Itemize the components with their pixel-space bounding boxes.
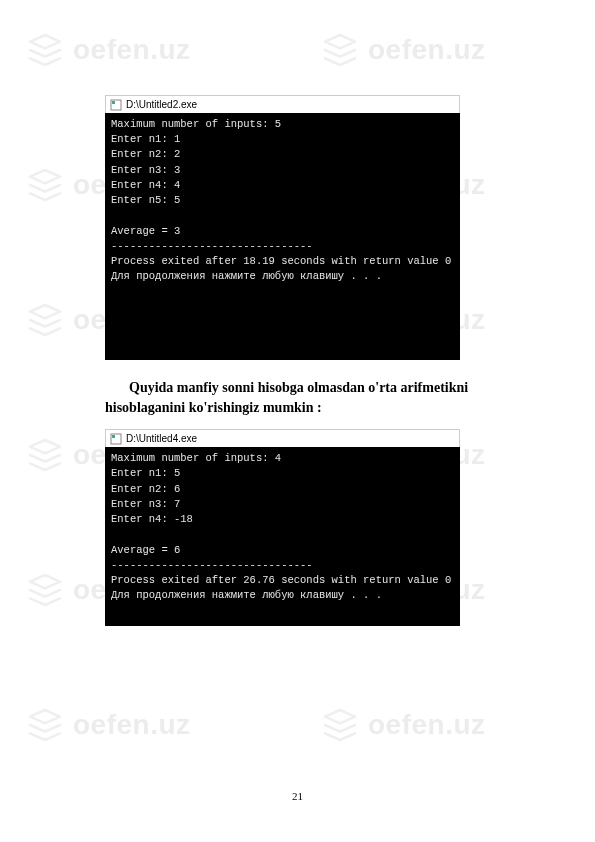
window-title-bar: D:\Untitled2.exe	[105, 95, 460, 113]
page-number: 21	[0, 790, 595, 802]
watermark: oefen.uz	[25, 705, 191, 745]
terminal-block-2: D:\Untitled4.exe Maximum number of input…	[105, 429, 535, 626]
terminal-output-1: Maximum number of inputs: 5 Enter n1: 1 …	[105, 113, 460, 360]
watermark: oefen.uz	[320, 705, 486, 745]
body-paragraph: Quyida manfiy sonni hisobga olmasdan o'r…	[105, 378, 535, 417]
svg-rect-3	[112, 435, 115, 438]
window-title: D:\Untitled4.exe	[126, 433, 197, 444]
terminal-output-2: Maximum number of inputs: 4 Enter n1: 5 …	[105, 447, 460, 626]
watermark-text: oefen.uz	[368, 709, 486, 741]
watermark-text: oefen.uz	[73, 709, 191, 741]
window-title: D:\Untitled2.exe	[126, 99, 197, 110]
svg-rect-1	[112, 101, 115, 104]
stack-icon	[320, 705, 360, 745]
page-content: D:\Untitled2.exe Maximum number of input…	[0, 0, 595, 626]
stack-icon	[25, 705, 65, 745]
terminal-block-1: D:\Untitled2.exe Maximum number of input…	[105, 95, 535, 360]
app-icon	[110, 433, 122, 445]
app-icon	[110, 99, 122, 111]
window-title-bar: D:\Untitled4.exe	[105, 429, 460, 447]
